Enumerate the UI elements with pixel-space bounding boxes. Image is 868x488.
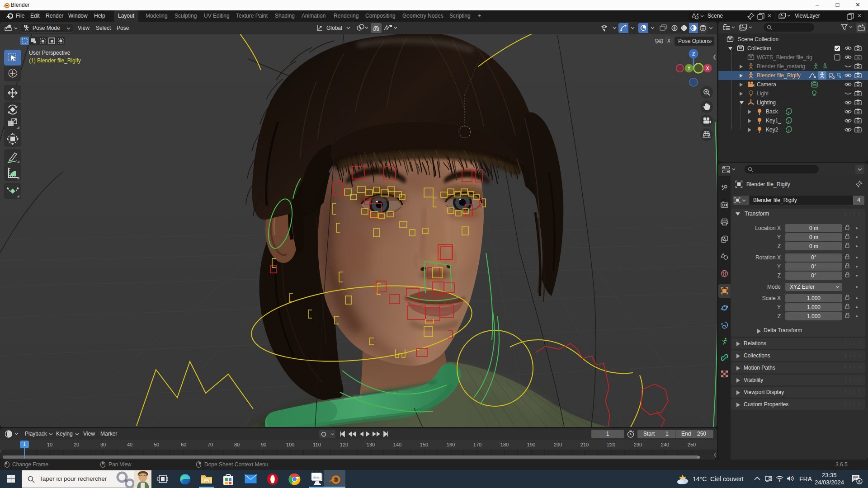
svg-text:240: 240 xyxy=(661,442,669,447)
svg-text:40: 40 xyxy=(127,442,132,447)
svg-text:130: 130 xyxy=(367,442,375,447)
svg-text:120: 120 xyxy=(340,442,348,447)
svg-text:140: 140 xyxy=(393,442,401,447)
svg-text:170: 170 xyxy=(473,442,481,447)
svg-text:250: 250 xyxy=(688,442,696,447)
svg-text:200: 200 xyxy=(554,442,562,447)
svg-text:110: 110 xyxy=(313,442,321,447)
svg-text:50: 50 xyxy=(154,442,159,447)
svg-text:90: 90 xyxy=(261,442,266,447)
svg-text:190: 190 xyxy=(527,442,535,447)
svg-text:230: 230 xyxy=(634,442,642,447)
svg-text:5: 5 xyxy=(858,479,860,484)
svg-text:10: 10 xyxy=(47,442,52,447)
svg-text:220: 220 xyxy=(607,442,615,447)
svg-text:30: 30 xyxy=(100,442,106,447)
svg-text:X: X xyxy=(706,66,709,71)
svg-text:Z: Z xyxy=(692,51,695,56)
svg-text:210: 210 xyxy=(580,442,589,447)
svg-text:80: 80 xyxy=(234,442,240,447)
svg-text:180: 180 xyxy=(500,442,509,447)
svg-text:60: 60 xyxy=(181,442,186,447)
svg-text:20: 20 xyxy=(74,442,79,447)
svg-text:70: 70 xyxy=(208,442,213,447)
svg-text:100: 100 xyxy=(286,442,294,447)
svg-text:Y: Y xyxy=(688,66,691,71)
svg-text:150: 150 xyxy=(420,442,428,447)
svg-text:160: 160 xyxy=(447,442,455,447)
